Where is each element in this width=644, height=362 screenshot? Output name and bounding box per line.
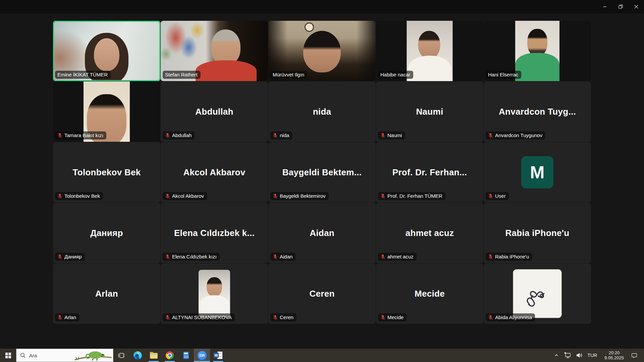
close-icon — [633, 3, 640, 10]
participant-name-text: Данияр — [64, 254, 82, 259]
participant-tile[interactable]: Tolonbekov Bek Tolonbekov Bek — [53, 142, 160, 202]
participant-tile[interactable]: Habibe nacar — [376, 21, 483, 81]
participant-tile[interactable]: Abdullah Abdullah — [161, 81, 268, 142]
participant-name-text: Tolonbekov Bek — [64, 193, 100, 199]
participant-tile[interactable]: Abida Aliyunnisa — [484, 263, 591, 324]
participant-tile[interactable]: Rabia iPhone'u Rabia iPhone'u — [484, 203, 591, 263]
participant-tile[interactable]: Baygeldi Bektem... Baygeldi Bektemirov — [268, 142, 376, 202]
participant-display-name: Arlan — [95, 289, 118, 299]
participant-display-name: Данияр — [90, 228, 123, 238]
participant-name-text: Aidan — [280, 254, 292, 259]
participant-name-text: Prof. Dr. Ferhan TÜMER — [387, 193, 442, 199]
taskbar-clock[interactable]: 20:20 9.05.2025 — [600, 349, 629, 362]
participant-tile[interactable]: Akcol Akbarov Akcol Akbarov — [161, 142, 268, 202]
participant-display-name: nida — [313, 107, 331, 117]
participant-name-text: Emine İKİKAT TÜMER — [57, 72, 108, 77]
participant-tile[interactable]: M User — [484, 142, 591, 202]
mic-muted-icon — [273, 315, 278, 320]
participant-tile[interactable]: Stefan Rathert — [161, 21, 268, 81]
calculator-icon — [183, 352, 189, 359]
volume-button[interactable] — [574, 349, 585, 362]
word-button[interactable]: W — [210, 349, 226, 362]
participant-tile[interactable]: ALTYNAI SUBANBEKOVA — [161, 263, 268, 324]
participant-tile[interactable]: nida nida — [268, 81, 376, 142]
clock-date: 9.05.2025 — [604, 355, 624, 360]
participant-name-text: Hani Elserrac — [488, 72, 518, 77]
participant-name-label: Rabia iPhone'u — [486, 253, 532, 261]
word-icon: W — [214, 352, 222, 359]
participant-name-label: Prof. Dr. Ferhan TÜMER — [378, 192, 445, 200]
participant-tile[interactable]: Prof. Dr. Ferhan... Prof. Dr. Ferhan TÜM… — [376, 142, 483, 202]
participant-name-text: Ceren — [280, 314, 293, 320]
participant-name-text: ahmet acuz — [387, 254, 414, 259]
participant-name-text: Stefan Rathert — [165, 72, 198, 77]
participant-tile[interactable]: Ceren Ceren — [268, 263, 376, 324]
search-input[interactable] — [29, 352, 67, 359]
participant-name-label: Elena Cıldızbek kızı — [163, 253, 220, 261]
participant-display-name: Naumi — [416, 107, 443, 117]
participant-tile[interactable]: Arlan Arlan — [53, 263, 160, 324]
restore-button[interactable] — [612, 0, 628, 13]
participant-name-label: Mürüvvet Ilgın — [270, 71, 307, 79]
participant-name-text: Arlan — [64, 314, 76, 320]
participant-name-text: Habibe nacar — [380, 72, 410, 77]
participant-name-label: Akcol Akbarov — [163, 192, 207, 200]
calculator-button[interactable] — [178, 349, 194, 362]
participant-tile[interactable]: ahmet acuz ahmet acuz — [376, 203, 483, 263]
participant-name-label: Данияр — [55, 253, 85, 261]
desktop-screen: Emine İKİKAT TÜMER Stefan Rathert Mürüvv… — [0, 0, 644, 362]
chrome-button[interactable] — [162, 349, 178, 362]
search-chameleon-image — [73, 349, 113, 362]
zoom-app-button[interactable]: zm — [194, 349, 210, 362]
participant-tile[interactable]: Mecide Mecide — [376, 263, 483, 324]
participant-name-text: nida — [280, 132, 289, 138]
mic-muted-icon — [57, 133, 62, 138]
network-button[interactable] — [562, 349, 574, 362]
participant-display-name: Prof. Dr. Ferhan... — [392, 167, 467, 178]
mic-muted-icon — [488, 133, 493, 138]
participant-name-text: Rabia iPhone'u — [495, 254, 529, 259]
mic-muted-icon — [57, 315, 62, 320]
participant-name-label: Anvardcon Tuygunov — [486, 131, 545, 139]
mic-muted-icon — [165, 133, 170, 138]
profile-photo-avatar — [199, 270, 230, 317]
action-center-icon — [631, 352, 638, 359]
participant-name-label: nida — [270, 131, 292, 139]
participant-tile[interactable]: Mürüvvet Ilgın — [268, 21, 376, 81]
participant-display-name: ahmet acuz — [406, 228, 454, 238]
participant-tile[interactable]: Aidan Aidan — [268, 203, 376, 263]
search-icon — [20, 352, 26, 358]
participant-name-label: User — [486, 192, 509, 200]
participant-display-name: Aidan — [310, 228, 334, 238]
mic-muted-icon — [57, 254, 62, 259]
taskbar-search[interactable] — [16, 349, 113, 362]
participant-name-label: Ceren — [270, 313, 297, 321]
participant-tile[interactable]: Naumi Naumi — [376, 81, 483, 142]
participant-display-name: Tolonbekov Bek — [72, 167, 141, 178]
action-center-button[interactable] — [629, 349, 640, 362]
stethoscope-doodle-avatar — [513, 269, 562, 318]
participant-name-text: Mecide — [387, 314, 404, 320]
participant-name-text: ALTYNAI SUBANBEKOVA — [172, 314, 232, 320]
participant-tile[interactable]: Tamara Bakıt kızı — [53, 81, 160, 142]
language-indicator[interactable]: TUR — [585, 349, 600, 362]
windows-logo-icon — [5, 353, 11, 358]
participant-tile[interactable]: Emine İKİKAT TÜMER — [53, 21, 160, 81]
close-button[interactable] — [628, 0, 644, 13]
tray-chevron-button[interactable] — [551, 349, 562, 362]
mic-muted-icon — [488, 193, 493, 199]
participant-tile[interactable]: Hani Elserrac — [484, 21, 591, 81]
participant-tile[interactable]: Anvardcon Tuyg... Anvardcon Tuygunov — [484, 81, 591, 142]
participant-name-label: Abdullah — [163, 131, 195, 139]
participant-display-name: Akcol Akbarov — [183, 167, 246, 178]
participant-tile[interactable]: Elena Cıldızbek k... Elena Cıldızbek kız… — [161, 203, 268, 263]
participant-display-name: Rabia iPhone'u — [505, 228, 570, 238]
start-button[interactable] — [0, 349, 16, 362]
edge-button[interactable] — [129, 349, 146, 362]
participant-name-label: ALTYNAI SUBANBEKOVA — [163, 313, 235, 321]
task-view-button[interactable] — [113, 349, 129, 362]
participant-tile[interactable]: Данияр Данияр — [53, 203, 160, 263]
minimize-button[interactable] — [597, 0, 612, 13]
file-explorer-button[interactable] — [146, 349, 162, 362]
mic-muted-icon — [273, 254, 278, 259]
